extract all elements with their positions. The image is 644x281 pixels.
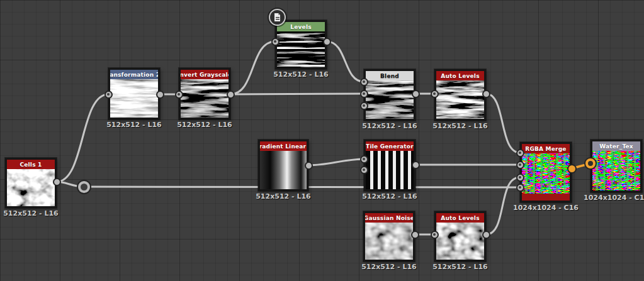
pin-center-dot	[519, 163, 521, 166]
node-title: RGBA Merge	[522, 144, 570, 153]
node-title: Levels	[277, 22, 325, 31]
node-title: Transformation 2D	[110, 70, 158, 79]
node-output-size-label: 512x512 - L16	[432, 263, 488, 271]
node-preview-scratch-dark	[366, 80, 414, 119]
input-pin-rgba_merge-1[interactable]	[516, 149, 524, 157]
output-pin-levels[interactable]	[323, 38, 331, 46]
output-pin-gradient[interactable]	[305, 162, 313, 170]
input-pin-water_tex-1[interactable]	[585, 158, 596, 168]
node-autolevels_top[interactable]: Auto Levels	[434, 69, 486, 121]
node-preview-scratch-light	[110, 79, 158, 118]
pin-center-dot	[363, 92, 365, 95]
input-pin-invert-1[interactable]	[175, 91, 183, 99]
pin-center-dot	[363, 168, 365, 171]
output-pin-blend[interactable]	[412, 90, 420, 98]
reroute-dot[interactable]	[78, 181, 90, 193]
node-preview-sparse-streaks	[277, 31, 325, 67]
input-pin-rgba_merge-2[interactable]	[516, 161, 524, 169]
input-pin-tile-2[interactable]	[360, 166, 368, 174]
input-pin-autolevels_top-1[interactable]	[431, 90, 439, 98]
node-output-size-label: 512x512 - L16	[273, 70, 329, 79]
node-output-size-label: 1024x1024 - C16	[513, 204, 579, 212]
node-cells1[interactable]: Cells 1	[5, 158, 57, 208]
output-pin-invert[interactable]	[227, 91, 235, 99]
wire-autolevels-top-to-rgba-in1[interactable]	[486, 94, 520, 153]
document-badge-icon[interactable]	[269, 9, 286, 26]
output-pin-cells1[interactable]	[53, 178, 61, 186]
node-title: Auto Levels	[436, 213, 484, 223]
input-pin-blend-2[interactable]	[360, 90, 368, 98]
node-title: Invert Grayscale	[181, 70, 229, 79]
node-preview-rgb-noise-stripes	[522, 153, 570, 194]
input-pin-tile-1[interactable]	[360, 155, 368, 163]
pin-center-dot	[433, 92, 436, 95]
node-output-size-label: 512x512 - L16	[362, 192, 417, 201]
node-output-size-label: 1024x1024 - C16	[584, 194, 644, 202]
node-preview-contrast-streaks	[436, 80, 484, 119]
output-pin-autolevels_bottom[interactable]	[482, 231, 490, 239]
wire-cells1-to-transform2d[interactable]	[57, 94, 108, 182]
pin-center-dot	[363, 104, 365, 107]
node-preview-soft-noise-contrast	[436, 223, 484, 260]
node-title: Gaussian Noise	[365, 213, 413, 223]
node-graph-canvas[interactable]: Cells 1512x512 - L16Transformation 2D512…	[0, 0, 644, 281]
node-autolevels_bottom[interactable]: Auto Levels	[434, 211, 486, 262]
pin-center-dot	[178, 93, 180, 96]
node-title: Auto Levels	[436, 71, 484, 80]
output-pin-gaussian[interactable]	[411, 231, 419, 239]
node-title: Tile Generator	[366, 141, 414, 151]
node-footer-bar	[522, 194, 570, 201]
node-title: Gradient Linear 3	[260, 141, 307, 151]
node-water_tex[interactable]: Water_Tex	[590, 140, 642, 192]
output-pin-tile[interactable]	[412, 161, 420, 169]
output-pin-rgba_merge[interactable]	[567, 164, 577, 174]
pin-center-dot	[433, 233, 436, 236]
output-pin-autolevels_top[interactable]	[482, 90, 490, 98]
node-output-size-label: 512x512 - L16	[361, 263, 417, 271]
pin-center-dot	[519, 186, 521, 189]
node-output-size-label: 512x512 - L16	[106, 121, 162, 129]
pin-center-dot	[519, 176, 521, 179]
wire-levels-to-blend-in1[interactable]	[327, 41, 364, 82]
node-preview-soft-noise	[365, 223, 413, 260]
pin-center-dot	[107, 93, 110, 96]
document-icon	[273, 13, 281, 22]
node-invert[interactable]: Invert Grayscale	[179, 68, 230, 119]
node-preview-linear-gradient	[260, 151, 307, 189]
node-tile[interactable]: Tile Generator	[364, 140, 415, 191]
node-output-size-label: 512x512 - L16	[362, 122, 417, 130]
node-output-size-label: 512x512 - L16	[3, 209, 59, 218]
wire-invert-to-blend-in2[interactable]	[230, 94, 364, 94]
node-title: Water_Tex	[592, 141, 640, 151]
input-pin-rgba_merge-3[interactable]	[516, 174, 524, 182]
input-pin-levels-1[interactable]	[271, 38, 280, 46]
pin-center-dot	[363, 158, 365, 160]
node-title: Blend	[366, 71, 414, 80]
node-preview-rgb-noise-stripes	[592, 151, 640, 190]
input-pin-rgba_merge-4[interactable]	[516, 184, 524, 192]
wire-invert-to-levels[interactable]	[230, 41, 275, 94]
pin-center-dot	[363, 80, 365, 83]
node-preview-vertical-bars	[366, 151, 414, 189]
input-pin-blend-1[interactable]	[360, 78, 368, 86]
node-rgba_merge[interactable]: RGBA Merge	[520, 142, 572, 202]
node-output-size-label: 512x512 - L16	[432, 122, 488, 130]
node-preview-scratch-dark	[181, 79, 229, 118]
pin-center-dot	[519, 152, 521, 154]
wire-gradient-to-tile[interactable]	[308, 159, 364, 165]
input-pin-blend-3[interactable]	[360, 102, 368, 110]
node-output-size-label: 512x512 - L16	[177, 121, 232, 129]
input-pin-autolevels_bottom-1[interactable]	[431, 231, 439, 239]
node-preview-cellular-noise	[7, 169, 55, 206]
node-blend[interactable]: Blend	[364, 69, 415, 121]
input-pin-transform2d-1[interactable]	[105, 91, 113, 99]
node-gaussian[interactable]: Gaussian Noise	[363, 211, 415, 262]
node-gradient[interactable]: Gradient Linear 3	[258, 140, 308, 191]
node-title: Cells 1	[7, 160, 55, 169]
node-output-size-label: 512x512 - L16	[256, 192, 311, 201]
pin-center-dot	[274, 40, 276, 43]
output-pin-transform2d[interactable]	[156, 91, 164, 99]
node-levels[interactable]: Levels	[275, 20, 327, 69]
node-transform2d[interactable]: Transformation 2D	[108, 68, 160, 119]
